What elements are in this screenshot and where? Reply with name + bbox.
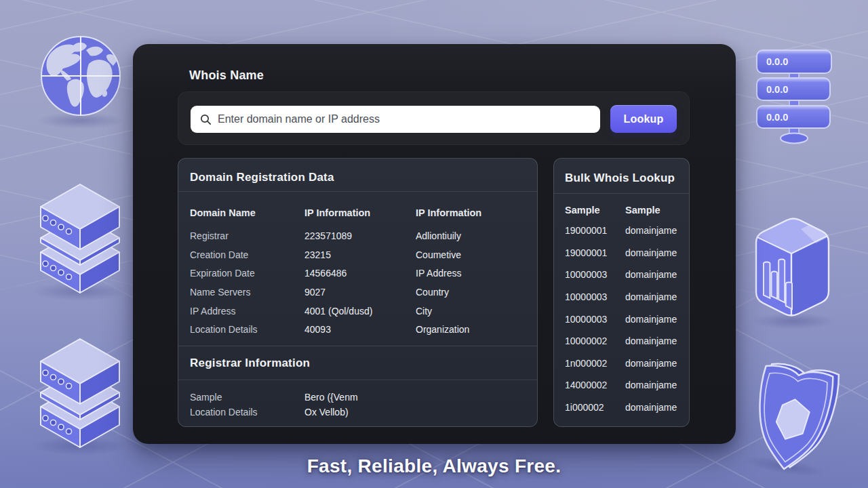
row-domain: domainjame	[625, 402, 678, 413]
table-row: 1n000002domainjame	[565, 352, 678, 375]
row-label: Registrar	[190, 230, 304, 241]
row-label: Creation Date	[190, 249, 304, 260]
row-domain: domainjame	[625, 380, 678, 390]
globe-illustration	[37, 37, 124, 129]
row-domain: domainjame	[625, 314, 678, 325]
row-value: 223571089	[304, 230, 416, 241]
row-domain: domainjame	[625, 247, 678, 258]
table-row: SampleBero ({Venm	[190, 390, 526, 405]
panels-row: Domain Registration Data Domain Name IP …	[178, 158, 690, 427]
row-info: Country	[416, 287, 526, 298]
domain-registration-panel: Domain Registration Data Domain Name IP …	[178, 158, 538, 427]
table-row: Registrar223571089Adliontiuily	[190, 226, 526, 245]
page: 0.0.0 0.0.0 0.0.0	[0, 0, 868, 488]
row-id: 19000001	[565, 225, 625, 236]
row-value: 9027	[304, 287, 416, 298]
row-value: Ox Vellob)	[304, 407, 526, 418]
row-id: 10000003	[565, 269, 625, 280]
rack-label: 0.0.0	[766, 112, 788, 123]
row-id: 10000003	[565, 291, 625, 302]
row-label: IP Address	[190, 306, 304, 317]
row-label: Location Details	[190, 407, 304, 418]
table-row: Location DetailsOx Vellob)	[190, 405, 526, 420]
row-value: 40093	[304, 324, 416, 335]
registrar-section-title: Registrar Information	[190, 357, 310, 370]
column-header: Domain Name	[190, 207, 304, 218]
domain-panel-title: Domain Registration Data	[190, 171, 334, 184]
table-row: 14000002domainjame	[565, 374, 678, 396]
row-label: Name Servers	[190, 287, 304, 298]
bulk-panel-title: Bulk Whois Lookup	[565, 171, 675, 185]
column-header: IP Information	[304, 207, 416, 218]
domain-table-header: Domain Name IP Information IP Informatio…	[190, 203, 526, 222]
row-domain: domainjame	[625, 336, 678, 346]
registrar-rows: SampleBero ({VenmLocation DetailsOx Vell…	[178, 380, 537, 420]
table-row: 10000003domainjame	[565, 264, 678, 286]
row-label: Sample	[190, 392, 304, 403]
row-info: Organization	[416, 324, 526, 335]
table-row: IP Address4001 (Qol/dusd)City	[190, 302, 526, 321]
bulk-table-header: Sample Sample	[565, 201, 678, 220]
bulk-table: Sample Sample 19000001domainjame19000001…	[554, 201, 689, 418]
rack-label: 0.0.0	[766, 84, 788, 95]
tagline: Fast, Reliable, Always Free.	[0, 455, 868, 477]
table-row: Expiration Date14566486IP Address	[190, 264, 526, 283]
registrar-section-header: Registrar Information	[178, 346, 537, 380]
search-box	[191, 106, 600, 133]
table-row: 10000002domainjame	[565, 330, 678, 352]
bulk-whois-panel: Bulk Whois Lookup Sample Sample 19000001…	[553, 158, 690, 427]
domain-table-body: Registrar223571089AdliontiuilyCreation D…	[190, 226, 526, 339]
rack-label: 0.0.0	[766, 56, 788, 67]
row-label: Expiration Date	[190, 268, 304, 279]
table-row: 10000003domainjame	[565, 308, 678, 330]
row-value: 23215	[304, 249, 416, 260]
bulk-table-body: 19000001domainjame19000001domainjame1000…	[565, 220, 678, 418]
search-input[interactable]	[212, 106, 600, 133]
row-id: 1i000002	[565, 402, 625, 413]
lookup-button[interactable]: Lookup	[610, 105, 677, 133]
table-row: 1i000002domainjame	[565, 396, 678, 419]
row-label: Location Details	[190, 324, 304, 335]
domain-panel-header: Domain Registration Data	[178, 159, 537, 192]
table-row: Location Details40093Organization	[190, 320, 526, 339]
row-info: City	[416, 306, 526, 317]
row-value: 4001 (Qol/dusd)	[304, 306, 416, 317]
row-id: 10000003	[565, 314, 625, 325]
domain-table: Domain Name IP Information IP Informatio…	[178, 203, 537, 339]
column-header: IP Information	[416, 207, 526, 218]
bulk-panel-header: Bulk Whois Lookup	[554, 159, 689, 194]
table-row: 19000001domainjame	[565, 220, 678, 242]
row-id: 14000002	[565, 380, 625, 390]
whois-card: Whois Name Lookup Domain Registration Da…	[133, 44, 736, 444]
table-row: Name Servers9027Country	[190, 283, 526, 302]
column-header: Sample	[565, 205, 625, 216]
row-domain: domainjame	[625, 269, 678, 280]
table-row: Creation Date23215Coumetive	[190, 245, 526, 264]
row-domain: domainjame	[625, 358, 678, 369]
table-row: 19000001domainjame	[565, 242, 678, 264]
row-value: Bero ({Venm	[304, 392, 526, 403]
row-id: 10000002	[565, 336, 625, 346]
row-info: IP Address	[416, 268, 526, 279]
search-icon	[200, 114, 212, 125]
row-domain: domainjame	[625, 225, 678, 236]
search-section: Lookup	[178, 92, 690, 145]
table-row: 10000003domainjame	[565, 286, 678, 308]
row-value: 14566486	[304, 268, 416, 279]
row-info: Coumetive	[416, 249, 526, 260]
page-title: Whois Name	[189, 68, 264, 83]
column-header: Sample	[625, 205, 678, 216]
row-id: 19000001	[565, 247, 625, 258]
row-id: 1n000002	[565, 358, 625, 369]
row-domain: domainjame	[625, 291, 678, 302]
row-info: Adliontiuily	[416, 230, 526, 241]
